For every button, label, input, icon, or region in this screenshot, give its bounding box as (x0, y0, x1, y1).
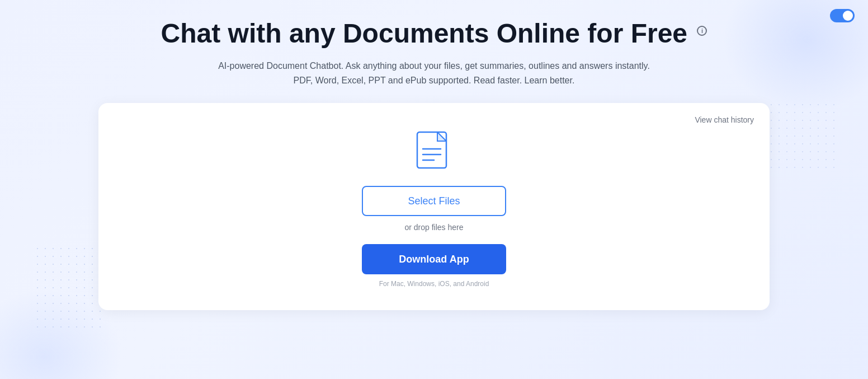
subtitle-line2: PDF, Word, Excel, PPT and ePub supported… (294, 76, 575, 85)
platform-text: For Mac, Windows, iOS, and Android (379, 280, 489, 288)
document-icon (415, 130, 453, 175)
main-content: Chat with any Documents Online for Free … (0, 0, 868, 310)
drop-text: or drop files here (404, 223, 463, 232)
info-icon[interactable]: i (697, 26, 707, 36)
page-title: Chat with any Documents Online for Free … (161, 18, 707, 49)
upload-card: View chat history Select Files or drop f… (98, 103, 770, 310)
subtitle: AI-powered Document Chatbot. Ask anythin… (218, 59, 650, 87)
page-title-text: Chat with any Documents Online for Free (161, 18, 687, 48)
download-app-button[interactable]: Download App (362, 244, 506, 274)
view-chat-history-link[interactable]: View chat history (695, 115, 754, 124)
select-files-button[interactable]: Select Files (362, 186, 506, 216)
subtitle-line1: AI-powered Document Chatbot. Ask anythin… (218, 61, 650, 71)
upload-area: Select Files or drop files here Download… (119, 119, 749, 292)
